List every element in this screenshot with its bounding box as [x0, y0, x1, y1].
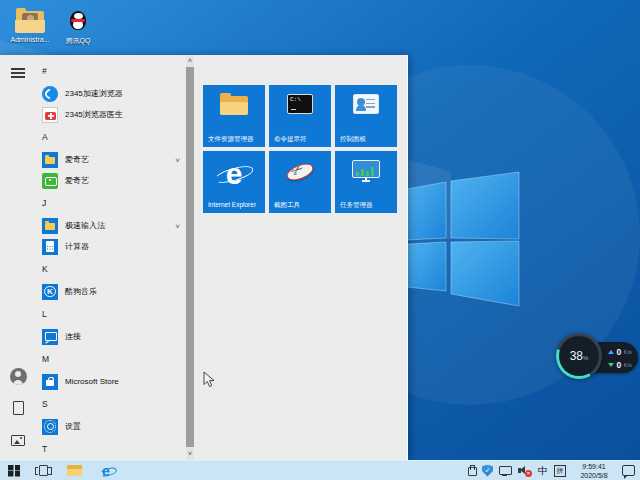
clock-date: 2020/5/8: [571, 471, 617, 480]
app-item-microsoft-store[interactable]: Microsoft Store: [36, 371, 184, 392]
app-section-header-j[interactable]: J: [36, 191, 184, 215]
ime-language-button[interactable]: 中: [537, 461, 549, 480]
app-item-connect[interactable]: 连接: [36, 326, 184, 347]
app-item-iqiyi[interactable]: 爱奇艺: [36, 170, 184, 191]
iqiyi-icon: [42, 173, 58, 189]
tile-internet-explorer[interactable]: e Internet Explorer: [203, 151, 265, 213]
app-section-header-a[interactable]: A: [36, 125, 184, 149]
task-view-icon: [39, 465, 48, 476]
start-menu: # 2345加速浏览器 2345浏览器医生 A 爱奇艺 ˅ 爱奇艺 J: [0, 55, 408, 460]
app-section-header-hash[interactable]: #: [36, 59, 184, 83]
usage-percent-value: 38: [570, 349, 583, 363]
usb-tray-button[interactable]: [466, 461, 477, 480]
desktop-icon-administrator[interactable]: Administra...: [4, 8, 56, 43]
taskbar-browser-button[interactable]: e: [90, 461, 122, 480]
connect-icon: [42, 329, 58, 345]
app-list: # 2345加速浏览器 2345浏览器医生 A 爱奇艺 ˅ 爱奇艺 J: [36, 55, 184, 460]
desktop-icon-label: 腾讯QQ: [52, 36, 104, 46]
usage-percent-unit: %: [583, 355, 588, 361]
chevron-down-icon[interactable]: ˅: [175, 221, 180, 230]
user-account-button[interactable]: [0, 361, 36, 391]
document-icon: [13, 401, 24, 415]
ie-icon: e: [102, 464, 110, 478]
memory-usage-gauge[interactable]: 38 %: [556, 333, 602, 379]
upload-arrow-icon: [608, 350, 614, 354]
speaker-muted-icon: ×: [518, 464, 532, 477]
usb-icon: [467, 464, 476, 477]
file-explorer-icon: [220, 94, 248, 115]
pictures-button[interactable]: [0, 425, 36, 455]
desktop: Administra... 腾讯QQ # 2345加速浏览器: [0, 0, 640, 480]
action-center-icon: [622, 465, 635, 476]
app-item-kugou-music[interactable]: K 酷狗音乐: [36, 281, 184, 302]
task-manager-icon: [352, 160, 380, 184]
upload-speed-unit: K/s: [624, 349, 632, 355]
scrollbar-thumb[interactable]: [186, 67, 194, 447]
documents-button[interactable]: [0, 393, 36, 423]
download-speed-value: 0: [617, 360, 622, 370]
hamburger-icon: [11, 68, 25, 78]
start-menu-rail: [0, 55, 36, 460]
download-arrow-icon: [608, 363, 614, 367]
user-avatar-icon: [10, 368, 27, 385]
action-center-button[interactable]: [621, 461, 636, 480]
snipping-tool-icon: ✂: [284, 160, 316, 184]
2345-browser-icon: [42, 86, 58, 102]
first-aid-kit-icon: [42, 107, 58, 123]
app-section-header-t[interactable]: T: [36, 437, 184, 460]
system-tray: ✓ × 中 拼 9:59:41 2020/5/8: [466, 461, 640, 480]
security-tray-button[interactable]: ✓: [481, 461, 494, 480]
tile-command-prompt[interactable]: C:\ 命令提示符: [269, 85, 331, 147]
desktop-icon-qq[interactable]: 腾讯QQ: [52, 8, 104, 46]
tile-task-manager[interactable]: 任务管理器: [335, 151, 397, 213]
internet-explorer-icon: e: [216, 160, 252, 190]
network-tray-button[interactable]: [498, 461, 513, 480]
calculator-icon: [42, 239, 58, 255]
scroll-down-icon[interactable]: ˅: [186, 448, 194, 460]
start-menu-edge: [407, 55, 408, 460]
tile-file-explorer[interactable]: 文件资源管理器: [203, 85, 265, 147]
shield-icon: ✓: [482, 465, 493, 477]
scroll-up-icon[interactable]: ˄: [186, 55, 194, 67]
chevron-down-icon[interactable]: ˅: [175, 155, 180, 164]
store-bag-icon: [42, 374, 58, 390]
task-view-button[interactable]: [28, 461, 58, 480]
mouse-cursor: [203, 371, 215, 388]
clock-time: 9:59:41: [571, 462, 617, 471]
start-button[interactable]: [0, 461, 28, 480]
download-speed-unit: K/s: [624, 362, 632, 368]
ime-mode-button[interactable]: 拼: [553, 461, 567, 480]
pictures-icon: [11, 435, 25, 446]
app-item-settings[interactable]: 设置: [36, 416, 184, 437]
gear-icon: [42, 419, 58, 435]
app-item-2345-browser-doctor[interactable]: 2345浏览器医生: [36, 104, 184, 125]
control-panel-icon: [353, 94, 379, 114]
user-folder-icon: [15, 8, 45, 34]
app-section-header-s[interactable]: S: [36, 392, 184, 416]
net-speed-widget[interactable]: 0 K/s 0 K/s 38 %: [556, 333, 640, 381]
mute-badge: ×: [525, 470, 532, 477]
app-section-header-m[interactable]: M: [36, 347, 184, 371]
app-item-2345-speed-browser[interactable]: 2345加速浏览器: [36, 83, 184, 104]
app-section-header-l[interactable]: L: [36, 302, 184, 326]
command-prompt-icon: C:\: [287, 94, 313, 114]
app-list-scrollbar[interactable]: ˄ ˅: [186, 55, 194, 460]
kugou-music-icon: K: [42, 284, 58, 300]
expand-menu-button[interactable]: [0, 58, 36, 88]
app-item-calculator[interactable]: 计算器: [36, 236, 184, 257]
folder-icon: [67, 465, 82, 476]
clock[interactable]: 9:59:41 2020/5/8: [571, 462, 617, 480]
qq-penguin-icon: [65, 8, 91, 34]
folder-icon: [42, 152, 58, 168]
app-section-header-k[interactable]: K: [36, 257, 184, 281]
app-folder-iqiyi[interactable]: 爱奇艺 ˅: [36, 149, 184, 170]
volume-tray-button[interactable]: ×: [517, 461, 533, 480]
folder-icon: [42, 218, 58, 234]
tile-snipping-tool[interactable]: ✂ 截图工具: [269, 151, 331, 213]
desktop-icon-label: Administra...: [4, 36, 56, 43]
app-folder-jisu-ime[interactable]: 极速输入法 ˅: [36, 215, 184, 236]
windows-logo-icon: [8, 465, 20, 477]
taskbar: e ✓ × 中 拼 9:59:41 2020/5/8: [0, 460, 640, 480]
taskbar-file-explorer-button[interactable]: [58, 461, 90, 480]
tile-control-panel[interactable]: 控制面板: [335, 85, 397, 147]
